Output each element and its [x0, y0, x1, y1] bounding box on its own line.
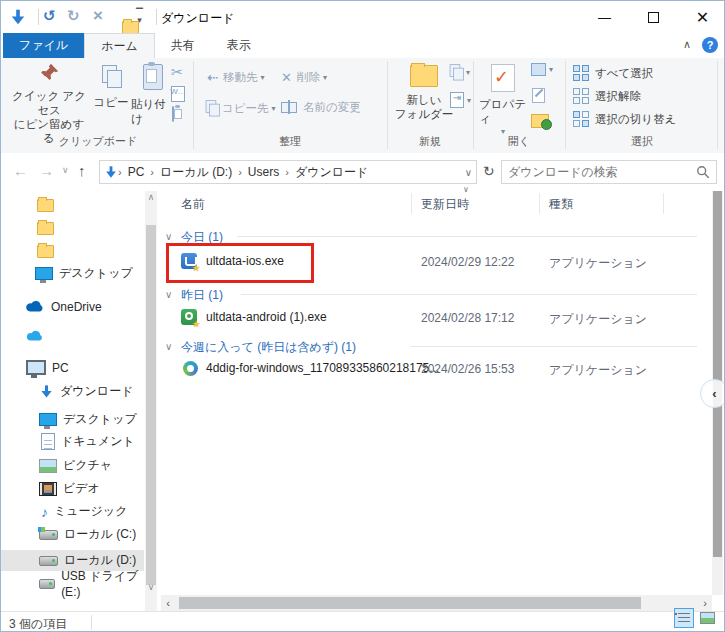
search-input[interactable] [502, 165, 696, 179]
column-header-date[interactable]: 更新日時 [421, 196, 469, 213]
address-dropdown-button[interactable]: ∨ [465, 167, 472, 178]
rename-button[interactable]: 名前の変更 [281, 100, 361, 115]
scroll-up-arrow[interactable]: ∧ [145, 191, 157, 203]
easy-access-dropdown[interactable]: ▾ [467, 96, 471, 105]
minimize-button[interactable]: — [582, 1, 627, 33]
paste-button[interactable]: 貼り付け [131, 61, 175, 127]
scroll-down-arrow[interactable]: ∨ [145, 581, 157, 593]
undo-button[interactable]: ↺ [43, 7, 56, 25]
group-header-week[interactable]: 今週に入って (昨日は含めず) (1) [181, 339, 356, 356]
qat-customize-button[interactable]: ▔▾ [136, 10, 143, 24]
window-title: ダウンロード [161, 10, 234, 27]
column-separator[interactable] [663, 193, 664, 214]
scrollbar-thumb[interactable] [179, 597, 641, 609]
file-list-horizontal-scrollbar[interactable]: ‹ › [161, 595, 712, 611]
copy-to-button[interactable]: コピー先 ▾ [205, 100, 276, 116]
collapse-ribbon-button[interactable]: ∧ [683, 38, 691, 51]
clipboard-group-label: クリップボード [7, 134, 189, 149]
up-button[interactable]: ↑ [78, 162, 86, 179]
sidebar-scrollbar[interactable]: ∧ ∨ [145, 191, 157, 611]
edit-button[interactable] [532, 88, 545, 103]
sidebar-item-pc[interactable]: PC [1, 357, 144, 378]
tab-home[interactable]: ホーム [84, 33, 155, 59]
copy-button[interactable]: コピー [93, 61, 129, 110]
scrollbar-thumb[interactable] [713, 191, 722, 557]
copy-to-dropdown[interactable]: ▾ [272, 104, 276, 113]
forward-button[interactable]: → [39, 162, 54, 179]
sidebar-pinned-folder[interactable] [1, 218, 144, 239]
move-to-button[interactable]: ⇠ 移動先 ▾ [207, 70, 264, 85]
sidebar-item-desktop[interactable]: デスクトップ [1, 409, 144, 430]
sidebar-scrollbar-thumb[interactable] [146, 225, 156, 585]
tab-view[interactable]: 表示 [211, 33, 267, 58]
new-item-dropdown[interactable]: ▾ [466, 68, 470, 77]
file-row-4ddig[interactable]: 4ddig-for-windows_117089335860218175... [183, 358, 439, 378]
file-name[interactable]: ultdata-android (1).exe [206, 310, 327, 324]
breadcrumb-downloads[interactable]: ダウンロード [289, 164, 374, 181]
sidebar-item-desktop-quick[interactable]: デスクトップ [1, 263, 144, 284]
delete-button[interactable]: ✕ 削除 ▾ [281, 70, 327, 85]
group-collapse-icon[interactable]: ∨ [165, 289, 172, 300]
scroll-left-arrow[interactable]: ‹ [161, 597, 175, 609]
recent-locations-button[interactable]: ∨ [62, 165, 69, 175]
sidebar-item-local-c[interactable]: ローカル (C:) [1, 524, 144, 545]
sidebar-item-music[interactable]: ♪ミュージック [1, 501, 144, 522]
sidebar-item-cloud[interactable] [1, 325, 144, 346]
file-row-ultdata-android[interactable]: ★ ultdata-android (1).exe [181, 307, 327, 327]
sidebar-pinned-folder[interactable] [1, 241, 144, 262]
delete-button-qat[interactable]: × [93, 6, 103, 26]
tab-file[interactable]: ファイル [3, 33, 84, 58]
group-collapse-icon[interactable]: ∨ [165, 231, 172, 242]
select-all-button[interactable]: すべて選択 [573, 65, 653, 81]
edge-back-overlay-button[interactable]: ‹ [700, 379, 725, 408]
move-to-dropdown[interactable]: ▾ [260, 73, 264, 82]
close-button[interactable]: ✕ [680, 1, 725, 33]
select-none-button[interactable]: 選択解除 [573, 88, 641, 104]
details-view-icon [678, 613, 690, 623]
invert-selection-label: 選択の切り替え [595, 112, 676, 127]
new-folder-button[interactable]: 新しい フォルダー [393, 61, 455, 121]
sidebar-item-usb-e[interactable]: USB ドライブ (E:) [1, 573, 144, 594]
large-icons-view-button[interactable] [697, 608, 717, 628]
column-separator[interactable] [539, 193, 540, 214]
sidebar-item-downloads[interactable]: ダウンロード [1, 381, 144, 402]
breadcrumb-local-d[interactable]: ローカル (D:) [154, 164, 238, 181]
maximize-button[interactable] [631, 1, 676, 33]
copy-path-button[interactable]: W… [171, 86, 185, 102]
sidebar-item-label: ミュージック [54, 503, 127, 520]
open-button[interactable]: ▾ [531, 63, 553, 76]
sidebar-item-onedrive[interactable]: OneDrive [1, 296, 144, 317]
invert-selection-button[interactable]: 選択の切り替え [573, 111, 676, 127]
file-name[interactable]: 4ddig-for-windows_117089335860218175... [206, 361, 439, 375]
details-view-button[interactable] [674, 608, 694, 628]
sidebar-item-documents[interactable]: ドキュメント [1, 431, 144, 452]
open-dropdown[interactable]: ▾ [549, 65, 553, 74]
new-item-button[interactable]: ▾ [449, 64, 470, 80]
sidebar-item-videos[interactable]: ビデオ [1, 478, 144, 499]
column-separator[interactable] [411, 193, 412, 214]
cut-button[interactable]: ✂ [171, 64, 183, 80]
breadcrumb-users[interactable]: Users [242, 165, 285, 179]
tab-share[interactable]: 共有 [155, 33, 211, 58]
redo-button[interactable]: ↻ [67, 7, 80, 25]
navigation-pane: デスクトップ OneDrive PC ダウンロード デスクトップ ドキュメント … [1, 191, 161, 611]
delete-dropdown[interactable]: ▾ [323, 73, 327, 82]
breadcrumb-pc[interactable]: PC [122, 165, 151, 179]
back-button[interactable]: ← [13, 162, 28, 179]
history-button[interactable] [531, 114, 549, 128]
search-box[interactable] [501, 160, 717, 184]
easy-access-button[interactable]: ⇥ ▾ [450, 92, 471, 108]
properties-button[interactable]: ★✓ プロパティ ▾ [479, 61, 527, 136]
sidebar-item-pictures[interactable]: ピクチャ [1, 455, 144, 476]
column-header-type[interactable]: 種類 [549, 196, 573, 213]
group-collapse-icon[interactable]: ∨ [165, 341, 172, 352]
column-header-name[interactable]: 名前 [181, 196, 205, 213]
paste-shortcut-button[interactable] [172, 106, 174, 122]
pin-quick-access-button[interactable]: クイック アクセス にピン留めする [9, 61, 89, 145]
select-none-label: 選択解除 [595, 89, 641, 104]
address-bar[interactable]: › PC › ローカル (D:) › Users › ダウンロード ∨ [99, 160, 477, 184]
sidebar-pinned-folder[interactable] [1, 195, 144, 216]
refresh-button[interactable]: ↻ [483, 163, 495, 179]
group-header-yesterday[interactable]: 昨日 (1) [181, 287, 223, 304]
help-button[interactable]: ? [702, 37, 718, 53]
